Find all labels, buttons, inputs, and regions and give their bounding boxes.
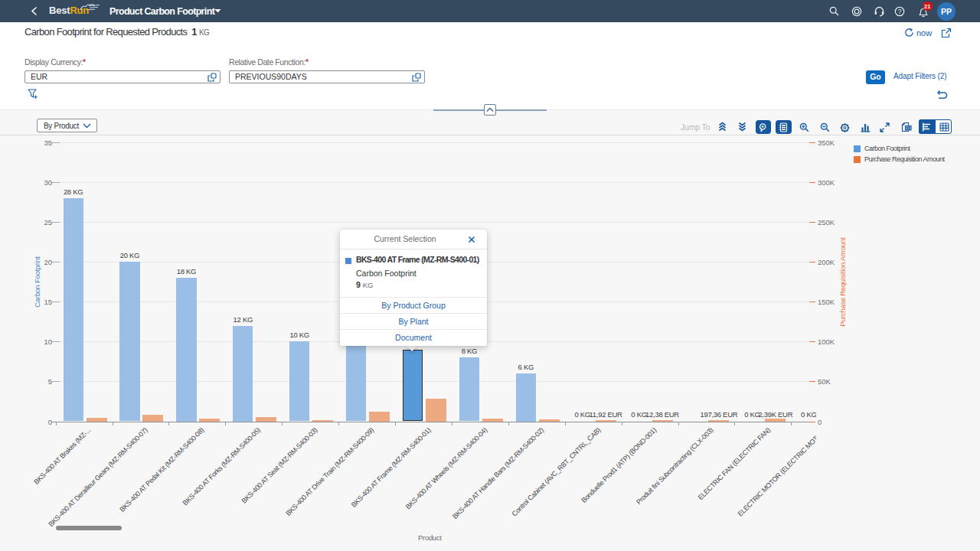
- svg-text:?: ?: [898, 8, 902, 15]
